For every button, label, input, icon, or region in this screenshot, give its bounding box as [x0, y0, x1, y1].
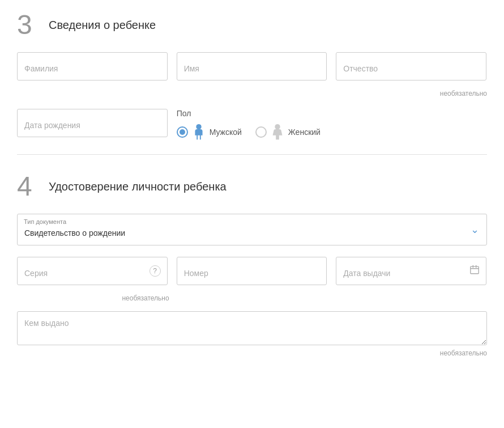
issued-by-textarea-wrapper — [17, 311, 487, 347]
section-3: 3 Сведения о ребенке необязательно Пол — [17, 11, 487, 141]
document-type-select[interactable]: Свидетельство о рождении Паспорт — [17, 214, 487, 245]
middle-name-input[interactable] — [336, 52, 486, 80]
middle-name-field — [336, 52, 486, 80]
dob-input[interactable] — [17, 109, 168, 137]
section-4: 4 Удостоверение личности ребенка Тип док… — [17, 173, 487, 357]
male-icon — [193, 124, 205, 141]
issued-by-wrapper: необязательно — [17, 311, 487, 357]
section-3-number: 3 — [17, 11, 40, 39]
middle-name-optional: необязательно — [17, 90, 487, 98]
gender-section: Пол Мужской — [177, 109, 487, 141]
gender-options: Мужской Женский — [177, 124, 487, 141]
gender-male-label: Мужской — [210, 128, 242, 137]
doc-fields-row: ? — [17, 257, 487, 285]
dob-field — [17, 109, 168, 137]
gender-female-label: Женский — [288, 128, 321, 137]
section-4-title: Удостоверение личности ребенка — [49, 180, 227, 193]
gender-female-radio[interactable] — [255, 126, 267, 138]
series-field: ? — [17, 257, 168, 285]
document-type-field: Тип документа Свидетельство о рождении П… — [17, 214, 487, 245]
section-4-number: 4 — [17, 173, 40, 200]
series-optional: необязательно — [17, 294, 169, 302]
series-help-icon[interactable]: ? — [150, 265, 161, 277]
gender-label: Пол — [177, 109, 487, 118]
female-icon — [271, 124, 284, 141]
dob-gender-row: Пол Мужской — [17, 109, 487, 141]
first-name-input[interactable] — [177, 52, 327, 80]
section-3-title: Сведения о ребенке — [49, 19, 156, 32]
number-input[interactable] — [177, 257, 327, 285]
svg-point-0 — [196, 124, 201, 129]
name-fields-row — [17, 52, 487, 80]
svg-point-1 — [275, 124, 280, 129]
last-name-field — [17, 52, 168, 80]
last-name-input[interactable] — [17, 52, 168, 80]
gender-male-option[interactable]: Мужской — [177, 124, 242, 141]
series-input[interactable] — [17, 257, 168, 285]
gender-female-option[interactable]: Женский — [255, 124, 321, 141]
first-name-field — [177, 52, 327, 80]
section-4-header: 4 Удостоверение личности ребенка — [17, 173, 487, 200]
section-3-header: 3 Сведения о ребенке — [17, 11, 487, 39]
issue-date-input[interactable] — [336, 257, 486, 285]
gender-male-radio[interactable] — [177, 126, 188, 138]
issued-by-optional: необязательно — [17, 349, 487, 357]
section-divider — [17, 154, 487, 155]
issue-date-field — [336, 257, 486, 285]
issued-by-textarea[interactable] — [17, 311, 487, 345]
number-field — [177, 257, 327, 285]
